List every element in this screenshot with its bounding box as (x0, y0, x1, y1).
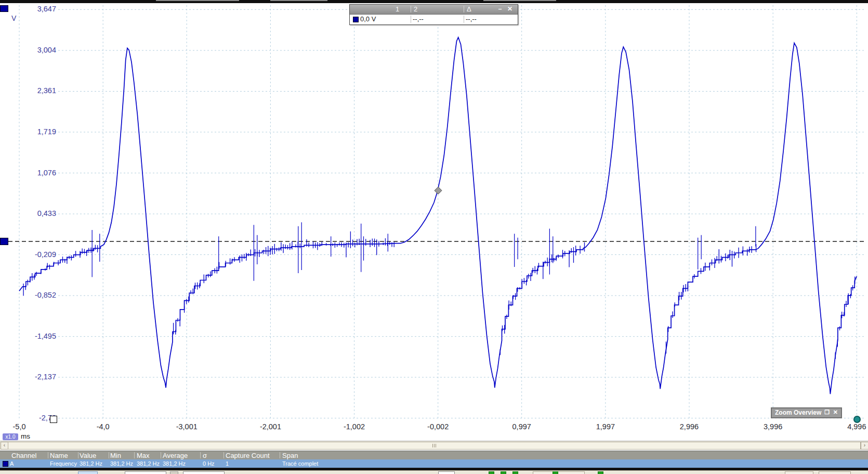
y-tick-label: 3,647 (0, 5, 56, 14)
table-header-value: Value (80, 452, 96, 459)
close-icon[interactable]: ✕ (833, 409, 838, 416)
zoom-overview-window[interactable]: Zoom Overview ❐ ✕ (771, 407, 842, 418)
thumb-grip (432, 444, 433, 447)
scrollbar-thumb[interactable] (8, 442, 861, 450)
table-header-max: Max (137, 452, 150, 459)
toolbar-box-clipped (785, 471, 813, 474)
y-axis-unit: V (11, 14, 16, 22)
y-tick-label: 1,719 (0, 127, 56, 136)
table-cell: Frequency (50, 460, 77, 467)
table-header-span: Span (282, 452, 298, 459)
axis-end-marker[interactable] (853, 416, 861, 423)
table-header-capture-count: Capture Count (226, 452, 270, 459)
toolbar-button-clipped (78, 471, 98, 474)
table-header-channel: Channel (11, 452, 36, 459)
toolbar-box-clipped (438, 471, 455, 474)
toolbar-fragment (483, 0, 556, 1)
y-tick-label: 0,433 (0, 209, 56, 218)
ruler-col-2: 2 (414, 5, 417, 14)
channel-a-top-marker[interactable] (0, 5, 8, 12)
thumb-grip (434, 444, 435, 447)
horizontal-scrollbar[interactable]: ‹ › (0, 441, 868, 450)
grid-lines (19, 5, 864, 419)
measure-icon (553, 471, 558, 474)
toolbar-fragment (156, 0, 239, 1)
x-tick-label: -2,001 (254, 422, 287, 431)
y-tick-label: -0,852 (0, 291, 56, 300)
table-cell: 0 Hz (203, 460, 215, 467)
toolbar-dropdown-clipped (125, 471, 166, 474)
axis-scale-handle[interactable] (50, 416, 57, 423)
table-cell: 381,2 Hz (110, 460, 133, 467)
column-divider (464, 16, 464, 23)
column-divider (78, 452, 78, 458)
x-tick-label: 3,996 (756, 422, 790, 431)
measurements-table-header: ChannelNameValueMinMaxAverageσCapture Co… (0, 451, 868, 460)
y-tick-label: 3,004 (0, 46, 56, 55)
x-tick-label: 4,996 (840, 422, 868, 431)
trigger-marker-diamond[interactable] (435, 187, 442, 194)
channel-a-color-swatch (3, 461, 8, 467)
y-tick-label: 1,076 (0, 169, 56, 177)
close-icon[interactable]: ✕ (506, 5, 514, 13)
x-tick-label: 0,997 (505, 422, 538, 431)
ruler-values-window[interactable]: 1 2 Δ – ✕ 0,0 V --,-- --,-- (349, 4, 518, 25)
x-tick-label: 1,997 (589, 422, 622, 431)
table-cell: 381,2 Hz (137, 460, 160, 467)
x-axis-unit: ms (21, 432, 30, 440)
scroll-left-icon[interactable]: ‹ (1, 442, 8, 450)
bottom-toolbar-clipped (0, 470, 868, 474)
y-tick-label: -2,78 (0, 414, 56, 422)
table-header-name: Name (50, 452, 68, 459)
ruler-col-1: 1 (396, 5, 399, 14)
zoom-factor-badge[interactable]: x1.0 (3, 433, 18, 440)
scroll-right-icon[interactable]: › (861, 442, 868, 450)
y-tick-label: -1,495 (0, 332, 56, 341)
y-tick-label: -0,209 (0, 250, 56, 259)
column-divider (161, 452, 161, 458)
zoom-overview-title: Zoom Overview (775, 409, 821, 416)
ruler-col-delta: Δ (467, 5, 471, 14)
table-header-min: Min (110, 452, 121, 459)
top-toolbar-clipped-edge (0, 0, 868, 3)
table-cell: Tracé complet (282, 460, 318, 467)
restore-icon[interactable]: ❐ (824, 409, 830, 416)
measure-icon (598, 471, 603, 474)
column-divider (223, 452, 224, 458)
ruler-window-titlebar[interactable]: 1 2 Δ – ✕ (350, 5, 518, 15)
table-cell: 1 (226, 460, 229, 467)
table-cell: 381,2 Hz (80, 460, 102, 467)
column-divider (411, 16, 411, 23)
toolbar-spinner-clipped (170, 471, 178, 474)
y-tick-label: 2,361 (0, 86, 56, 95)
table-header-average: Average (163, 452, 188, 459)
ruler-value-delta: --,-- (466, 15, 477, 23)
ruler-value-2: --,-- (413, 15, 424, 23)
toolbar-box-clipped (533, 471, 585, 474)
measurements-table-row[interactable]: AFrequency381,2 Hz381,2 Hz381,2 Hz381,2 … (0, 459, 868, 468)
ruler-value-1: 0,0 V (360, 15, 376, 23)
channel-a-trace (19, 37, 857, 394)
table-header--: σ (203, 452, 207, 459)
x-tick-label: -1,002 (337, 422, 371, 431)
x-tick-label: -0,002 (422, 422, 455, 431)
toolbar-fragment (270, 0, 327, 1)
table-cell: A (10, 460, 14, 467)
x-tick-label: -3,001 (170, 422, 203, 431)
column-divider (48, 452, 48, 458)
oscilloscope-app-window: { "colors":{"trace":"#0202C8","grid":"#B… (0, 0, 868, 474)
x-tick-label: -5,0 (3, 422, 36, 431)
scope-plot-area[interactable] (0, 0, 868, 440)
column-divider (109, 452, 109, 458)
trace-noise (23, 232, 855, 359)
trace-spikes (92, 222, 756, 281)
table-cell: 381,2 Hz (163, 460, 186, 467)
measure-icon (512, 471, 518, 474)
thumb-grip (436, 444, 436, 447)
channel-a-zero-marker[interactable] (0, 238, 8, 245)
ruler-values-row: 0,0 V --,-- --,-- (350, 15, 518, 24)
channel-a-color-swatch (353, 17, 359, 22)
minimize-icon[interactable]: – (496, 5, 504, 13)
column-divider (464, 6, 464, 12)
column-divider (280, 452, 280, 458)
